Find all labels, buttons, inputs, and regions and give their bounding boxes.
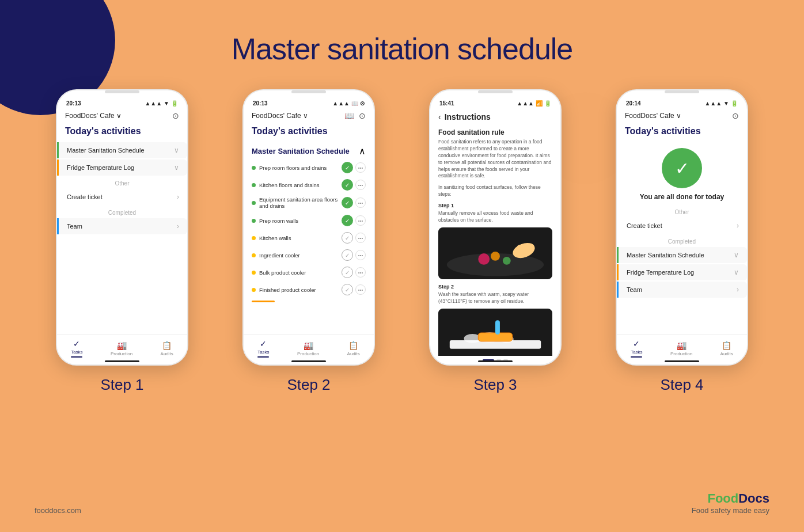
screen-title-4: Today's activities bbox=[617, 125, 747, 142]
other-label-1: Other bbox=[57, 177, 187, 189]
nav-tasks-1[interactable]: ✓ Tasks bbox=[71, 339, 82, 358]
phone-3: 15:41 ▲▲▲📶🔋 ‹ Instructions Food sanitati… bbox=[429, 89, 562, 366]
check-empty-7[interactable]: ✓ bbox=[342, 267, 353, 278]
task-ticket-1[interactable]: Create ticket › bbox=[57, 189, 187, 205]
task-mss-1[interactable]: Master Sanitation Schedule ∨ bbox=[57, 142, 187, 158]
nav-production-2[interactable]: 🏭 Production bbox=[297, 341, 319, 356]
completed-label-1: Completed bbox=[57, 206, 187, 218]
check-3[interactable]: Equipment sanitation area floors and dra… bbox=[244, 193, 374, 212]
task-ticket-4[interactable]: Create ticket › bbox=[617, 218, 747, 234]
instructions-title-3: Instructions bbox=[445, 112, 491, 121]
check-btn-2[interactable]: ✓ bbox=[342, 179, 353, 191]
nav-production-4[interactable]: 🏭 Production bbox=[670, 341, 692, 356]
task-fridge-1[interactable]: Fridge Temperature Log ∨ bbox=[57, 159, 187, 176]
nav-tasks-2[interactable]: ✓ Tasks bbox=[257, 339, 269, 358]
task-team-label-4: Team bbox=[627, 286, 737, 293]
phone-2: 20:13 ▲▲▲📖⊙ FoodDocs' Cafe ∨ 📖 ⊙ Today's… bbox=[242, 89, 375, 366]
svg-rect-13 bbox=[478, 333, 512, 341]
step3-wrapper: 15:41 ▲▲▲📶🔋 ‹ Instructions Food sanitati… bbox=[429, 89, 562, 394]
step1-img-3 bbox=[438, 227, 552, 279]
dot-7 bbox=[252, 271, 256, 275]
task-ticket-chevron-1: › bbox=[177, 193, 179, 201]
task-fridge-label-1: Fridge Temperature Log bbox=[67, 164, 174, 171]
completed-label-4: Completed bbox=[617, 235, 747, 247]
settings-icon-4[interactable]: ⊙ bbox=[732, 111, 739, 120]
check-4[interactable]: Prep room walls ✓ ••• bbox=[244, 212, 374, 229]
time-1: 20:13 bbox=[66, 100, 81, 107]
step-label-2: Step 2 bbox=[287, 376, 330, 394]
check-empty-6[interactable]: ✓ bbox=[342, 249, 353, 261]
check-1[interactable]: Prep room floors and drains ✓ ••• bbox=[244, 159, 374, 176]
nav-audits-4[interactable]: 📋 Audits bbox=[720, 341, 733, 356]
dot-3 bbox=[252, 201, 256, 205]
step2-img-3 bbox=[438, 309, 552, 356]
instruction-content-3: Food sanitation rule Food sanitation ref… bbox=[430, 125, 560, 356]
step-label-1: Step 1 bbox=[100, 376, 143, 394]
mss-title-2: Master Sanitation Schedule bbox=[252, 147, 350, 155]
check-6[interactable]: Ingredient cooler ✓ ••• bbox=[244, 246, 374, 264]
step2-label-3: Step 2 bbox=[438, 284, 552, 290]
task-team-1[interactable]: Team › bbox=[57, 218, 187, 234]
task-team-label-1: Team bbox=[67, 223, 177, 230]
settings-icon-1[interactable]: ⊙ bbox=[172, 111, 179, 120]
check-2[interactable]: Kitchen floors and drains ✓ ••• bbox=[244, 176, 374, 193]
notch-3 bbox=[478, 90, 513, 93]
check-label-3: Equipment sanitation area floors and dra… bbox=[259, 196, 342, 209]
svg-rect-8 bbox=[438, 309, 552, 356]
more-btn-5[interactable]: ••• bbox=[355, 233, 366, 243]
status-bar-2: 20:13 ▲▲▲📖⊙ bbox=[244, 96, 374, 109]
task-ticket-label-4: Create ticket bbox=[627, 222, 737, 229]
cafe-name-1: FoodDocs' Cafe ∨ bbox=[65, 112, 122, 120]
notch-4 bbox=[665, 90, 699, 93]
more-btn-1[interactable]: ••• bbox=[355, 162, 366, 173]
task-mss-label-4: Master Sanitation Schedule bbox=[627, 252, 734, 259]
nav-production-1[interactable]: 🏭 Production bbox=[111, 341, 132, 356]
more-btn-3[interactable]: ••• bbox=[355, 197, 366, 208]
collapse-icon-2[interactable]: ∧ bbox=[359, 146, 366, 157]
task-fridge-label-4: Fridge Temperature Log bbox=[627, 269, 734, 276]
brand-tagline: Food safety made easy bbox=[692, 506, 769, 515]
phones-container: 20:13 ▲▲▲ ▼ 🔋 FoodDocs' Cafe ∨ ⊙ Today's… bbox=[29, 89, 775, 394]
nav-audits-2[interactable]: 📋 Audits bbox=[347, 341, 360, 356]
check-btn-4[interactable]: ✓ bbox=[342, 215, 353, 226]
nav-production-label-2: Production bbox=[297, 351, 319, 356]
check-label-5: Kitchen walls bbox=[259, 235, 342, 241]
check-btn-3[interactable]: ✓ bbox=[342, 197, 353, 208]
tasks-icon-2: ✓ bbox=[260, 339, 267, 348]
step2-text-3: Wash the surface with warm, soapy water … bbox=[438, 291, 552, 305]
task-mss-4[interactable]: Master Sanitation Schedule ∨ bbox=[617, 247, 747, 263]
back-arrow-3[interactable]: ‹ bbox=[438, 112, 441, 121]
task-team-4[interactable]: Team › bbox=[617, 282, 747, 298]
more-btn-4[interactable]: ••• bbox=[355, 215, 366, 226]
step1-label-3: Step 1 bbox=[438, 203, 552, 208]
signal-1: ▲▲▲ ▼ 🔋 bbox=[145, 100, 178, 107]
signal-4: ▲▲▲▼🔋 bbox=[704, 100, 738, 107]
step4-wrapper: 20:14 ▲▲▲▼🔋 FoodDocs' Cafe ∨ ⊙ Today's a… bbox=[616, 89, 748, 394]
more-btn-7[interactable]: ••• bbox=[355, 267, 366, 278]
tasks-icon-4: ✓ bbox=[633, 339, 640, 348]
more-btn-6[interactable]: ••• bbox=[355, 250, 366, 260]
task-mss-chevron-1: ∨ bbox=[174, 146, 179, 154]
check-empty-5[interactable]: ✓ bbox=[342, 232, 353, 244]
check-empty-8[interactable]: ✓ bbox=[342, 284, 353, 295]
dot-5 bbox=[252, 236, 256, 240]
book-icon-2[interactable]: 📖 bbox=[344, 111, 354, 120]
check-8[interactable]: Finished product cooler ✓ ••• bbox=[244, 281, 374, 298]
nav-audits-1[interactable]: 📋 Audits bbox=[161, 341, 173, 356]
check-label-1: Prep room floors and drains bbox=[259, 165, 342, 171]
more-btn-2[interactable]: ••• bbox=[355, 180, 366, 190]
more-btn-8[interactable]: ••• bbox=[355, 284, 366, 295]
signal-2: ▲▲▲📖⊙ bbox=[332, 100, 365, 107]
nav-tasks-4[interactable]: ✓ Tasks bbox=[631, 339, 642, 358]
check-7[interactable]: Bulk product cooler ✓ ••• bbox=[244, 264, 374, 281]
check-5[interactable]: Kitchen walls ✓ ••• bbox=[244, 229, 374, 246]
settings-icon-2[interactable]: ⊙ bbox=[359, 111, 366, 120]
audits-icon-4: 📋 bbox=[722, 341, 731, 350]
check-btn-1[interactable]: ✓ bbox=[342, 162, 353, 173]
time-3: 15:41 bbox=[439, 100, 454, 107]
step-label-3: Step 3 bbox=[473, 376, 517, 394]
home-indicator-4 bbox=[665, 360, 699, 362]
dot-2 bbox=[252, 183, 256, 187]
task-fridge-4[interactable]: Fridge Temperature Log ∨ bbox=[617, 264, 747, 280]
nav-underline-2 bbox=[257, 356, 269, 358]
